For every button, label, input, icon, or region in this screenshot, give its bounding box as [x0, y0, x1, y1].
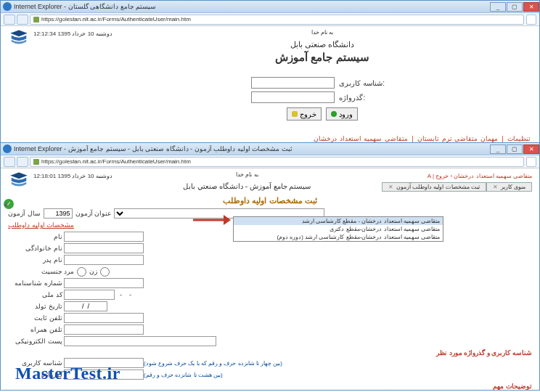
url-text: https://golestan.nit.ac.ir/Forms/Authent… — [41, 16, 520, 23]
natid-input[interactable] — [64, 290, 115, 300]
mobile-label: تلفن همراه — [8, 326, 62, 333]
exam-year-label: سال آزمون — [8, 210, 41, 217]
refresh-button[interactable] — [526, 15, 536, 25]
gender-male-radio[interactable] — [77, 267, 86, 277]
enter-icon — [331, 111, 337, 117]
natid-label: کد ملی — [8, 291, 62, 298]
lock-icon — [33, 159, 39, 165]
refresh-button[interactable] — [526, 157, 536, 167]
family-label: نام خانوادگی — [8, 245, 62, 252]
window-title-1: Internet Explorer - سیستم جامع دانشگاهی … — [14, 3, 489, 10]
links-row: تنظیمات | مهمان متقاضی ترم تابستان | متق… — [8, 135, 532, 142]
exam-title-label: عنوان آزمون — [75, 210, 112, 217]
password-label: گذرواژه: — [335, 94, 393, 102]
credentials-title: شناسه کاربری و گذرواژه مورد نظر — [8, 349, 532, 356]
tab-user-menu[interactable]: ✕منوی کاربر — [486, 182, 532, 192]
father-label: نام پدر — [8, 256, 62, 264]
address-bar-2: https://golestan.nit.ac.ir/Forms/Authent… — [1, 155, 539, 168]
logo-icon — [8, 29, 30, 45]
logo-icon — [8, 171, 30, 187]
svg-marker-3 — [224, 215, 231, 225]
link-talented[interactable]: متقاضی سهمیه استعداد درخشان — [314, 135, 408, 142]
address-bar-1: https://golestan.nit.ac.ir/Forms/Authent… — [1, 13, 539, 26]
url-box[interactable]: https://golestan.nit.ac.ir/Forms/Authent… — [30, 157, 524, 167]
url-text: https://golestan.nit.ac.ir/Forms/Authent… — [41, 158, 520, 165]
exam-year-input[interactable] — [44, 208, 73, 219]
name-label: نام — [8, 233, 62, 240]
bismillah-1: به نام خدا — [112, 29, 532, 36]
titlebar-2: Internet Explorer - ثبت مشخصات اوليه داو… — [1, 143, 539, 155]
pass-hint: (بین هشت تا شانزده حرف و رقم) — [144, 372, 223, 378]
forward-button[interactable] — [17, 15, 28, 25]
dropdown-option[interactable]: متقاضی سهمیه استعداد درخشان-مقطع دکتری — [234, 225, 443, 233]
password-input[interactable] — [251, 91, 335, 103]
bismillah-2: به نام خدا — [112, 171, 382, 178]
lock-icon — [33, 17, 39, 23]
family-input[interactable] — [64, 243, 144, 253]
url-box[interactable]: https://golestan.nit.ac.ir/Forms/Authent… — [30, 15, 524, 25]
birth-label: تاریخ تولد — [8, 303, 62, 310]
arrow-annotation-2 — [193, 213, 231, 228]
dropdown-option[interactable]: متقاضی سهمیه استعداد درخشان - مقطع کارشن… — [234, 217, 443, 225]
tab-register[interactable]: ✕ثبت مشخصات اولیه داوطلب آزمون — [382, 182, 486, 192]
email-input[interactable] — [64, 336, 216, 346]
scroll-up-icon[interactable]: ▲ — [1, 200, 9, 209]
datetime-2: 12:18:01 دوشنبه 10 خرداد 1395 — [33, 173, 112, 179]
email-label: پست الکترونیکی — [8, 338, 62, 345]
name-input[interactable] — [64, 232, 144, 242]
exit-button[interactable]: خروج — [287, 107, 322, 121]
maximize-button[interactable]: ▢ — [507, 2, 523, 12]
link-summer-guest[interactable]: مهمان متقاضی ترم تابستان — [417, 135, 498, 142]
forward-button[interactable] — [17, 157, 28, 167]
idnum-label: شماره شناسنامه — [8, 279, 62, 287]
dropdown-option[interactable]: متقاضی سهمیه استعداد درخشان-مقطع کارشناس… — [234, 233, 443, 241]
user-hint: (بین چهار تا شانزده حرف و رقم که با یک ح… — [144, 360, 282, 367]
breadcrumb: A | متقاضی سهمیه استعداد درخشان ‹ خروج — [428, 173, 532, 179]
system-name: سيستم جامع آموزش — [112, 51, 532, 64]
datetime-1: 12:12:34 دوشنبه 10 خرداد 1395 — [33, 30, 112, 37]
father-input[interactable] — [64, 255, 144, 265]
window-title-2: Internet Explorer - ثبت مشخصات اوليه داو… — [14, 145, 489, 152]
titlebar-1: Internet Explorer - سیستم جامع دانشگاهی … — [1, 1, 539, 13]
section-title: ثبت مشخصات اولیه داوطلب — [8, 196, 532, 205]
watermark: MasterTest.ir — [15, 364, 120, 383]
username-input[interactable] — [251, 77, 335, 89]
close-icon[interactable]: ✕ — [388, 184, 393, 190]
tel-label: تلفن ثابت — [8, 314, 62, 322]
notes-title: توضیحات مهم — [8, 383, 532, 390]
exit-icon — [292, 111, 298, 117]
university-name: دانشگاه صنعتی بابل — [112, 40, 532, 49]
close-button[interactable]: ✕ — [523, 144, 539, 154]
back-button[interactable] — [4, 157, 15, 167]
maximize-button[interactable]: ▢ — [507, 144, 523, 154]
close-button[interactable]: ✕ — [523, 2, 539, 12]
system-line: سيستم جامع آموزش - دانشگاه صنعتي بابل — [112, 182, 382, 190]
tel-input[interactable] — [64, 313, 144, 323]
exam-title-dropdown[interactable]: متقاضی سهمیه استعداد درخشان - مقطع کارشن… — [233, 216, 443, 242]
gender-female-radio[interactable] — [100, 267, 110, 277]
birth-input[interactable] — [64, 301, 107, 311]
mobile-input[interactable] — [64, 324, 144, 335]
link-settings[interactable]: تنظیمات — [507, 135, 531, 142]
back-button[interactable] — [4, 15, 15, 25]
close-icon[interactable]: ✕ — [493, 184, 498, 190]
minimize-button[interactable]: _ — [490, 144, 506, 154]
link-initial-info[interactable]: مشخصات اولیه داوطلب — [8, 221, 74, 229]
ie-icon — [3, 144, 12, 153]
gender-label: جنسیت — [8, 268, 62, 275]
ie-icon — [3, 2, 12, 11]
enter-button[interactable]: ورود — [326, 107, 358, 121]
username-label: شناسه کاربری: — [335, 79, 393, 87]
minimize-button[interactable]: _ — [490, 2, 506, 12]
idnum-input[interactable] — [64, 278, 144, 288]
